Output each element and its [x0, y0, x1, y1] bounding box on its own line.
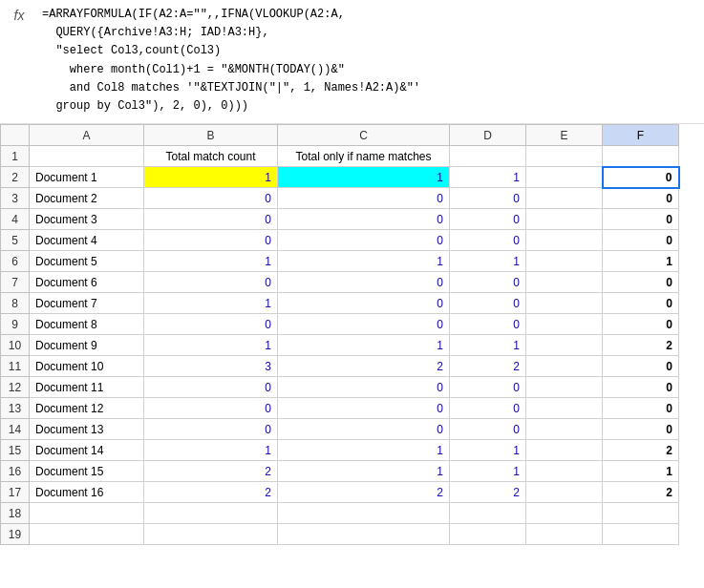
cell-e18[interactable] [526, 503, 603, 524]
cell-f2[interactable]: 0 [603, 167, 679, 188]
cell-d5[interactable]: 0 [450, 230, 526, 251]
cell-e8[interactable] [526, 293, 603, 314]
cell-e2[interactable] [526, 167, 603, 188]
cell-c2[interactable]: 1 [278, 167, 450, 188]
cell-a3[interactable]: Document 2 [30, 188, 144, 209]
cell-a18[interactable] [30, 503, 144, 524]
col-header-a[interactable]: A [30, 125, 144, 146]
cell-a15[interactable]: Document 14 [30, 440, 144, 461]
cell-f11[interactable]: 0 [603, 356, 679, 377]
cell-e14[interactable] [526, 419, 603, 440]
cell-e19[interactable] [526, 524, 603, 545]
cell-b16[interactable]: 2 [144, 461, 278, 482]
cell-e1[interactable] [526, 146, 603, 167]
cell-e4[interactable] [526, 209, 603, 230]
cell-f12[interactable]: 0 [603, 377, 679, 398]
cell-b2[interactable]: 1 [144, 167, 278, 188]
cell-e17[interactable] [526, 482, 603, 503]
cell-d10[interactable]: 1 [450, 335, 526, 356]
cell-f5[interactable]: 0 [603, 230, 679, 251]
cell-e16[interactable] [526, 461, 603, 482]
cell-c4[interactable]: 0 [278, 209, 450, 230]
cell-f10[interactable]: 2 [603, 335, 679, 356]
cell-f9[interactable]: 0 [603, 314, 679, 335]
cell-a4[interactable]: Document 3 [30, 209, 144, 230]
cell-e10[interactable] [526, 335, 603, 356]
cell-f13[interactable]: 0 [603, 398, 679, 419]
cell-c13[interactable]: 0 [278, 398, 450, 419]
cell-e11[interactable] [526, 356, 603, 377]
cell-d7[interactable]: 0 [450, 272, 526, 293]
cell-b15[interactable]: 1 [144, 440, 278, 461]
cell-b18[interactable] [144, 503, 278, 524]
col-header-c[interactable]: C [278, 125, 450, 146]
cell-f3[interactable]: 0 [603, 188, 679, 209]
cell-f19[interactable] [603, 524, 679, 545]
formula-content[interactable]: =ARRAYFORMULA(IF(A2:A="",,IFNA(VLOOKUP(A… [38, 4, 704, 117]
cell-f16[interactable]: 1 [603, 461, 679, 482]
cell-d12[interactable]: 0 [450, 377, 526, 398]
col-header-b[interactable]: B [144, 125, 278, 146]
cell-d1[interactable] [450, 146, 526, 167]
cell-b10[interactable]: 1 [144, 335, 278, 356]
cell-f1[interactable] [603, 146, 679, 167]
cell-a11[interactable]: Document 10 [30, 356, 144, 377]
cell-b3[interactable]: 0 [144, 188, 278, 209]
cell-c1[interactable]: Total only if name matches [278, 146, 450, 167]
cell-d8[interactable]: 0 [450, 293, 526, 314]
cell-a1[interactable] [30, 146, 144, 167]
cell-d2[interactable]: 1 [450, 167, 526, 188]
cell-a9[interactable]: Document 8 [30, 314, 144, 335]
cell-a6[interactable]: Document 5 [30, 251, 144, 272]
cell-c19[interactable] [278, 524, 450, 545]
cell-f7[interactable]: 0 [603, 272, 679, 293]
cell-a12[interactable]: Document 11 [30, 377, 144, 398]
cell-b11[interactable]: 3 [144, 356, 278, 377]
cell-d14[interactable]: 0 [450, 419, 526, 440]
cell-f18[interactable] [603, 503, 679, 524]
cell-c6[interactable]: 1 [278, 251, 450, 272]
cell-f17[interactable]: 2 [603, 482, 679, 503]
cell-d13[interactable]: 0 [450, 398, 526, 419]
cell-a17[interactable]: Document 16 [30, 482, 144, 503]
cell-f14[interactable]: 0 [603, 419, 679, 440]
cell-b9[interactable]: 0 [144, 314, 278, 335]
cell-e6[interactable] [526, 251, 603, 272]
col-header-e[interactable]: E [526, 125, 603, 146]
cell-a2[interactable]: Document 1 [30, 167, 144, 188]
cell-b7[interactable]: 0 [144, 272, 278, 293]
cell-e3[interactable] [526, 188, 603, 209]
cell-e13[interactable] [526, 398, 603, 419]
cell-e7[interactable] [526, 272, 603, 293]
cell-b12[interactable]: 0 [144, 377, 278, 398]
cell-a14[interactable]: Document 13 [30, 419, 144, 440]
cell-b19[interactable] [144, 524, 278, 545]
cell-b17[interactable]: 2 [144, 482, 278, 503]
cell-f15[interactable]: 2 [603, 440, 679, 461]
cell-c14[interactable]: 0 [278, 419, 450, 440]
cell-a5[interactable]: Document 4 [30, 230, 144, 251]
cell-e5[interactable] [526, 230, 603, 251]
cell-c18[interactable] [278, 503, 450, 524]
cell-e9[interactable] [526, 314, 603, 335]
cell-d17[interactable]: 2 [450, 482, 526, 503]
cell-a8[interactable]: Document 7 [30, 293, 144, 314]
col-header-f[interactable]: F [603, 125, 679, 146]
cell-b6[interactable]: 1 [144, 251, 278, 272]
cell-a13[interactable]: Document 12 [30, 398, 144, 419]
col-header-d[interactable]: D [450, 125, 526, 146]
cell-a16[interactable]: Document 15 [30, 461, 144, 482]
cell-a7[interactable]: Document 6 [30, 272, 144, 293]
cell-f6[interactable]: 1 [603, 251, 679, 272]
cell-c15[interactable]: 1 [278, 440, 450, 461]
cell-d15[interactable]: 1 [450, 440, 526, 461]
cell-b5[interactable]: 0 [144, 230, 278, 251]
cell-c12[interactable]: 0 [278, 377, 450, 398]
cell-d6[interactable]: 1 [450, 251, 526, 272]
cell-d11[interactable]: 2 [450, 356, 526, 377]
cell-e12[interactable] [526, 377, 603, 398]
cell-d16[interactable]: 1 [450, 461, 526, 482]
cell-a10[interactable]: Document 9 [30, 335, 144, 356]
cell-d3[interactable]: 0 [450, 188, 526, 209]
cell-e15[interactable] [526, 440, 603, 461]
